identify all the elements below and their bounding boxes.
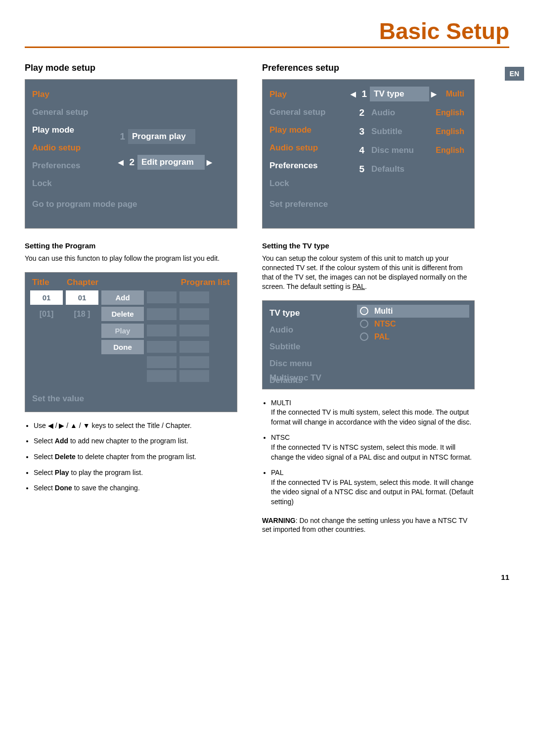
setting-program-body: You can use this functon to play follow … [25, 254, 237, 263]
right-arrow-icon: ▶ [205, 158, 214, 166]
n1: 1 [358, 89, 367, 99]
list-item: Select Add to add new chapter to the pro… [34, 436, 237, 446]
program-list-osd: Title Chapter Program list 01 01 Add [01… [25, 272, 237, 412]
slot [147, 291, 177, 303]
right-bullets: MULTIIf the connected TV is multi system… [262, 398, 475, 507]
left-column: Play mode setup Play General setup Play … [25, 63, 237, 543]
list-item: Use ◀ / ▶ / ▲ / ▼ keys to select the Tit… [34, 421, 237, 431]
play-mode-heading: Play mode setup [25, 63, 237, 73]
hdr-title: Title [32, 278, 67, 287]
menu-audiosetup: Audio setup [32, 139, 116, 157]
hdr-chapter: Chapter [67, 278, 111, 287]
warning-text: WARNING: Do not change the setting unles… [262, 516, 475, 535]
menu-lock: Lock [32, 175, 116, 192]
audio: Audio [269, 322, 356, 338]
slot [147, 308, 177, 320]
menu-play: Play [32, 86, 116, 103]
menu-playmode: Play mode [32, 121, 116, 139]
n2: 2 [356, 107, 364, 118]
tvtype-val: Multi [446, 90, 470, 98]
discmenu: Disc menu [269, 355, 356, 372]
list-item: Select Play to play the program list. [34, 468, 237, 478]
right-column: Preferences setup Play General setup Pla… [262, 63, 475, 543]
slot [147, 325, 177, 336]
radio-icon [360, 307, 368, 315]
menu-preferences: Preferences [32, 157, 116, 175]
pal-option: PAL [357, 331, 469, 343]
slot [147, 356, 177, 368]
list-item: MULTIIf the connected TV is multi system… [271, 398, 475, 427]
left-bullets: Use ◀ / ▶ / ▲ / ▼ keys to select the Tit… [25, 421, 237, 493]
row2-num: 2 [126, 157, 134, 168]
menu-lock: Lock [269, 175, 349, 192]
menu-preferences: Preferences [269, 157, 349, 175]
slot [179, 370, 209, 382]
title-max: [01] [30, 307, 63, 322]
left-arrow-icon: ◀ [116, 158, 126, 166]
discmenu: Disc menu [367, 143, 435, 158]
preferences-osd: Play General setup Play mode Audio setup… [262, 79, 475, 229]
play-mode-osd: Play General setup Play mode Audio setup… [25, 79, 237, 229]
hdr-programlist: Program list [181, 278, 230, 287]
title-value: 01 [30, 290, 63, 305]
add-button: Add [101, 290, 144, 305]
done-button: Done [101, 340, 144, 354]
pref-osd-footer: Set preference [263, 192, 474, 216]
page-number: 11 [25, 573, 509, 581]
ntsc-option: NTSC [357, 318, 469, 331]
audio-val: English [436, 108, 470, 117]
menu-general: General setup [32, 103, 116, 121]
setting-tvtype-body: You can setup the colour system of this … [262, 254, 475, 291]
setting-program-heading: Setting the Program [25, 241, 237, 250]
slot [147, 341, 177, 353]
list-item: NTSCIf the connected TV is NTSC system, … [271, 433, 475, 462]
menu-general: General setup [269, 103, 349, 121]
slot [147, 370, 177, 382]
row1-num: 1 [116, 131, 125, 142]
language-tab: EN [505, 67, 524, 81]
menu-play: Play [269, 86, 349, 103]
right-arrow-icon: ▶ [429, 90, 439, 98]
n3: 3 [356, 126, 364, 137]
subtitle-val: English [436, 127, 470, 136]
tvtype-osd-footer: Multisync TV [269, 373, 321, 383]
multi-option: Multi [357, 305, 469, 318]
play-button: Play [101, 324, 144, 338]
osd-footer: Go to program mode page [25, 192, 237, 216]
left-arrow-icon: ◀ [349, 90, 358, 98]
list-item: Select Delete to delete chapter from the… [34, 452, 237, 462]
program-osd-footer: Set the value [25, 383, 237, 410]
audio: Audio [367, 105, 435, 120]
menu-playmode: Play mode [269, 121, 349, 139]
n4: 4 [356, 145, 364, 156]
subtitle: Subtitle [269, 338, 356, 355]
page-title: Basic Setup [25, 18, 509, 48]
subtitle: Subtitle [367, 124, 435, 139]
radio-icon [360, 332, 368, 341]
list-item: PALIf the connected TV is PAL system, se… [271, 468, 475, 507]
delete-button: Delete [101, 307, 144, 321]
tv-type: TV type [269, 305, 356, 322]
program-play: Program play [128, 129, 195, 144]
discmenu-val: English [436, 146, 470, 155]
slot [179, 291, 209, 303]
tvtype: TV type [370, 87, 429, 101]
menu-audiosetup: Audio setup [269, 139, 349, 157]
slot [179, 341, 209, 353]
list-item: Select Done to save the changing. [34, 483, 237, 493]
slot [179, 325, 209, 336]
edit-program: Edit program [137, 155, 205, 170]
defaults: Defaults [367, 162, 435, 177]
n5: 5 [356, 164, 364, 175]
preferences-heading: Preferences setup [262, 63, 475, 73]
chapter-value: 01 [66, 290, 98, 305]
tvtype-osd: TV type Audio Subtitle Disc menu Default… [262, 300, 475, 389]
setting-tvtype-heading: Setting the TV type [262, 241, 475, 250]
slot [179, 308, 209, 320]
chapter-max: [18 ] [66, 307, 98, 322]
slot [179, 356, 209, 368]
radio-icon [360, 320, 368, 328]
